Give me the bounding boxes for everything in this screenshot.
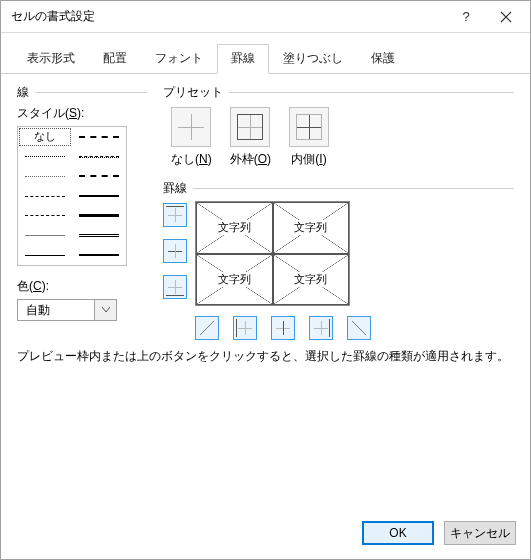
cancel-button[interactable]: キャンセル	[444, 521, 516, 545]
line-style-3[interactable]	[18, 186, 72, 206]
border-horizontal-mid-toggle[interactable]	[163, 239, 187, 263]
chevron-down-icon	[94, 300, 116, 320]
tab-border[interactable]: 罫線	[217, 44, 269, 74]
close-button[interactable]	[486, 2, 526, 32]
preset-none-button[interactable]	[171, 107, 211, 147]
tab-display-format[interactable]: 表示形式	[13, 44, 89, 74]
border-area: 文字列 文字列 文字列 文字列	[163, 201, 514, 340]
tab-fill[interactable]: 塗りつぶし	[269, 44, 357, 74]
border-group-text: 罫線	[163, 180, 187, 197]
line-style-list[interactable]: なし	[17, 126, 127, 266]
preset-outside-button[interactable]	[230, 107, 270, 147]
line-style-11[interactable]	[72, 206, 126, 226]
color-select[interactable]: 自動	[17, 299, 117, 321]
color-value: 自動	[18, 302, 94, 319]
line-style-1[interactable]	[18, 147, 72, 167]
line-group: 線 スタイル(S): なし	[17, 84, 147, 340]
svg-line-2	[200, 321, 214, 335]
border-bottom-toggle[interactable]	[163, 275, 187, 299]
line-group-label: 線	[17, 84, 147, 101]
close-icon	[500, 11, 512, 23]
border-preview[interactable]: 文字列 文字列 文字列 文字列	[195, 201, 350, 306]
ok-button[interactable]: OK	[362, 521, 434, 545]
preview-cell: 文字列	[273, 254, 350, 306]
color-label: 色(C):	[17, 278, 147, 295]
line-style-6[interactable]	[18, 245, 72, 265]
preview-cell: 文字列	[196, 254, 273, 306]
preset-outside-label: 外枠(O)	[230, 151, 271, 168]
bottom-toggle-row	[195, 316, 371, 340]
preview-cell: 文字列	[196, 202, 273, 254]
line-style-8[interactable]	[72, 147, 126, 167]
line-style-10[interactable]	[72, 186, 126, 206]
line-style-7[interactable]	[72, 127, 126, 147]
preset-none-label: なし(N)	[171, 151, 212, 168]
line-style-none[interactable]: なし	[18, 127, 72, 147]
line-style-2[interactable]	[18, 166, 72, 186]
line-group-text: 線	[17, 84, 29, 101]
tab-font[interactable]: フォント	[141, 44, 217, 74]
line-style-13[interactable]	[72, 245, 126, 265]
dialog-footer: OK キャンセル	[1, 511, 530, 559]
preset-outside: 外枠(O)	[230, 107, 271, 168]
border-diag-down-toggle[interactable]	[347, 316, 371, 340]
line-style-9[interactable]	[72, 166, 126, 186]
preset-group-label: プリセット	[163, 84, 514, 101]
titlebar: セルの書式設定 ?	[1, 1, 530, 33]
border-top-toggle[interactable]	[163, 203, 187, 227]
svg-line-3	[352, 321, 366, 335]
line-style-5[interactable]	[18, 226, 72, 246]
preset-row: なし(N) 外枠(O)	[171, 107, 514, 168]
preset-group-text: プリセット	[163, 84, 223, 101]
left-toggle-col	[163, 201, 187, 299]
preview-cell: 文字列	[273, 202, 350, 254]
preset-none: なし(N)	[171, 107, 212, 168]
border-vertical-mid-toggle[interactable]	[271, 316, 295, 340]
tab-protection[interactable]: 保護	[357, 44, 409, 74]
tab-strip: 表示形式 配置 フォント 罫線 塗りつぶし 保護	[1, 33, 530, 74]
line-style-12[interactable]	[72, 226, 126, 246]
dialog-title: セルの書式設定	[11, 8, 446, 25]
border-diag-up-toggle[interactable]	[195, 316, 219, 340]
border-right-toggle[interactable]	[309, 316, 333, 340]
tab-alignment[interactable]: 配置	[89, 44, 141, 74]
preset-inside-button[interactable]	[289, 107, 329, 147]
format-cells-dialog: セルの書式設定 ? 表示形式 配置 フォント 罫線 塗りつぶし 保護 線 スタイ…	[0, 0, 531, 560]
preset-inside: 内側(I)	[289, 107, 329, 168]
border-group-label: 罫線	[163, 180, 514, 197]
border-left-toggle[interactable]	[233, 316, 257, 340]
line-style-4[interactable]	[18, 206, 72, 226]
right-column: プリセット なし(N)	[163, 84, 514, 340]
preset-inside-label: 内側(I)	[291, 151, 326, 168]
help-button[interactable]: ?	[446, 2, 486, 32]
style-label: スタイル(S):	[17, 105, 147, 122]
hint-text: プレビュー枠内または上のボタンをクリックすると、選択した罫線の種類が適用されます…	[1, 348, 530, 373]
content-area: 線 スタイル(S): なし	[1, 74, 530, 348]
